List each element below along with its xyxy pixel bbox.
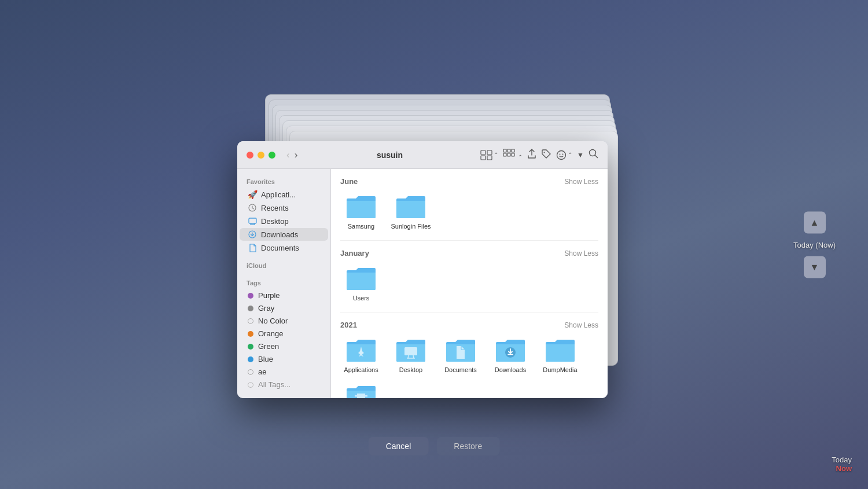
movies-folder-icon bbox=[344, 381, 378, 398]
svg-rect-1 bbox=[487, 150, 492, 155]
svg-rect-2 bbox=[481, 156, 486, 160]
folder-documents-2021[interactable]: Documents bbox=[440, 335, 481, 373]
sidebar-item-blue[interactable]: Blue bbox=[240, 353, 328, 365]
sidebar-item-gray[interactable]: Gray bbox=[240, 302, 328, 314]
sidebar-documents-label: Documents bbox=[261, 244, 299, 252]
svg-rect-4 bbox=[503, 149, 506, 152]
search-icon[interactable] bbox=[589, 149, 598, 161]
svg-rect-8 bbox=[507, 153, 510, 156]
section-2021-header: 2021 Show Less bbox=[340, 321, 598, 329]
sidebar-item-orange[interactable]: Orange bbox=[240, 328, 328, 340]
time-machine-panel: ▲ Today (Now) ▼ bbox=[793, 211, 836, 278]
sidebar-ae-label: ae bbox=[258, 367, 266, 376]
folder-applications-2021[interactable]: Applications bbox=[340, 335, 382, 373]
sidebar-item-desktop[interactable]: Desktop bbox=[240, 215, 328, 227]
main-content: June Show Less Samsung bbox=[331, 169, 608, 398]
svg-rect-22 bbox=[404, 347, 417, 355]
ae-tag-dot bbox=[248, 369, 253, 375]
sidebar-orange-label: Orange bbox=[258, 329, 283, 338]
minimize-button[interactable] bbox=[258, 152, 264, 159]
folder-dumpmedia[interactable]: DumpMedia bbox=[539, 335, 581, 373]
svg-rect-6 bbox=[512, 149, 514, 152]
section-2021-show-less[interactable]: Show Less bbox=[564, 321, 598, 329]
smiley-icon[interactable]: ⌃ bbox=[556, 150, 572, 160]
sidebar-item-applications[interactable]: 🚀 Applicati... bbox=[240, 188, 328, 201]
dropdown-arrow-icon[interactable]: ▼ bbox=[577, 151, 584, 159]
sidebar-downloads-label: Downloads bbox=[261, 230, 298, 239]
forward-button[interactable]: › bbox=[293, 149, 300, 161]
documents-2021-label: Documents bbox=[444, 366, 477, 373]
svg-rect-3 bbox=[487, 156, 492, 160]
svg-rect-30 bbox=[355, 397, 357, 399]
green-tag-dot bbox=[248, 344, 253, 350]
sidebar-blue-label: Blue bbox=[258, 355, 273, 363]
downloads-2021-folder-icon bbox=[494, 335, 527, 364]
sidebar-item-all-tags[interactable]: All Tags... bbox=[240, 378, 328, 391]
nav-arrows: ‹ › bbox=[285, 149, 299, 161]
dumpmedia-folder-icon bbox=[543, 335, 577, 364]
gray-tag-dot bbox=[248, 306, 253, 311]
svg-rect-32 bbox=[365, 394, 367, 395]
sidebar: Favorites 🚀 Applicati... Recents Desktop bbox=[237, 169, 331, 398]
svg-rect-7 bbox=[503, 153, 506, 156]
svg-line-15 bbox=[595, 155, 598, 158]
dumpmedia-label: DumpMedia bbox=[543, 366, 577, 373]
sidebar-recents-label: Recents bbox=[261, 204, 289, 212]
tm-bottom-today: Today bbox=[832, 455, 852, 464]
folder-downloads-2021[interactable]: Downloads bbox=[490, 335, 531, 373]
sidebar-item-green[interactable]: Green bbox=[240, 340, 328, 352]
sidebar-section-favorites-title: Favorites bbox=[237, 176, 330, 187]
sidebar-item-no-color[interactable]: No Color bbox=[240, 315, 328, 327]
section-january-show-less[interactable]: Show Less bbox=[564, 249, 598, 258]
svg-point-13 bbox=[562, 153, 564, 155]
desktop-2021-folder-icon bbox=[394, 335, 428, 364]
folder-users[interactable]: Users bbox=[340, 263, 382, 302]
svg-rect-5 bbox=[507, 149, 510, 152]
sidebar-applications-label: Applicati... bbox=[261, 190, 296, 199]
tag-icon[interactable] bbox=[541, 149, 551, 161]
svg-point-10 bbox=[544, 152, 545, 153]
orange-tag-dot bbox=[248, 331, 253, 337]
tm-up-arrow[interactable]: ▲ bbox=[804, 211, 826, 233]
folder-sunlogin-files[interactable]: Sunlogin Files bbox=[390, 192, 432, 230]
june-folders: Samsung Sunlogin Files bbox=[340, 192, 598, 230]
window-title: susuin bbox=[305, 150, 474, 160]
sidebar-item-documents[interactable]: Documents bbox=[240, 241, 328, 254]
section-june-show-less[interactable]: Show Less bbox=[564, 178, 598, 186]
section-2021-title: 2021 bbox=[340, 321, 357, 329]
blue-tag-dot bbox=[248, 356, 253, 362]
recents-icon bbox=[248, 203, 257, 212]
folder-samsung[interactable]: Samsung bbox=[340, 192, 382, 230]
grid-icon[interactable]: ⌃ bbox=[503, 149, 523, 161]
sidebar-item-downloads[interactable]: Downloads bbox=[240, 228, 328, 241]
all-tags-icon bbox=[248, 382, 253, 388]
january-folders: Users bbox=[340, 263, 598, 302]
maximize-button[interactable] bbox=[269, 152, 275, 159]
tm-down-arrow[interactable]: ▼ bbox=[804, 256, 826, 278]
svg-rect-9 bbox=[512, 153, 514, 156]
applications-2021-label: Applications bbox=[344, 366, 378, 373]
folder-desktop-2021[interactable]: Desktop bbox=[390, 335, 432, 373]
sidebar-desktop-label: Desktop bbox=[261, 217, 289, 226]
applications-icon: 🚀 bbox=[248, 190, 257, 199]
cancel-button[interactable]: Cancel bbox=[369, 437, 429, 455]
close-button[interactable] bbox=[247, 152, 253, 159]
svg-rect-17 bbox=[249, 218, 256, 223]
purple-tag-dot bbox=[248, 293, 253, 299]
sidebar-item-purple[interactable]: Purple bbox=[240, 289, 328, 302]
folder-movies[interactable]: Movies bbox=[340, 381, 382, 398]
sidebar-item-ae[interactable]: ae bbox=[240, 366, 328, 378]
sidebar-all-tags-label: All Tags... bbox=[258, 380, 290, 389]
divider-january-2021 bbox=[340, 312, 598, 312]
tm-bottom-now: Now bbox=[832, 464, 852, 473]
svg-rect-29 bbox=[355, 394, 357, 395]
view-icon[interactable]: ⌃ bbox=[480, 150, 498, 160]
documents-2021-folder-icon bbox=[444, 335, 477, 364]
restore-button[interactable]: Restore bbox=[436, 437, 499, 455]
sidebar-section-icloud-title: iCloud bbox=[237, 260, 330, 271]
share-icon[interactable] bbox=[527, 149, 536, 161]
back-button[interactable]: ‹ bbox=[285, 149, 292, 161]
divider-june-january bbox=[340, 240, 598, 241]
svg-rect-33 bbox=[365, 397, 367, 399]
sidebar-item-recents[interactable]: Recents bbox=[240, 201, 328, 214]
